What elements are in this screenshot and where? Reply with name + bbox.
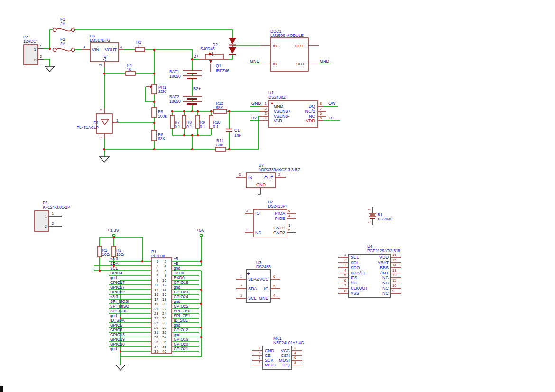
junction-dot [191,58,193,60]
u3-pin-slpz: SLPZ [248,277,259,282]
mk1-pin-ce: CE [265,353,271,358]
r9-body[interactable] [196,115,200,128]
pin-stub[interactable] [82,45,401,365]
mosfet-symbol[interactable] [209,60,212,64]
junction-dot [103,73,105,74]
c1-value: 1nF [234,133,241,137]
fuse-symbol[interactable] [53,48,56,52]
p1-net-left-31: GPIO6 [110,328,122,332]
p1-pin-num-37: 37 [154,345,158,349]
r4-body[interactable] [126,72,135,75]
r10-body[interactable] [209,115,213,128]
ground-symbol[interactable] [100,157,109,162]
pin-stub[interactable] [205,54,223,59]
u1-pin-nc2: NC/2 [305,109,315,114]
net-gnd-u1: GND [251,101,261,106]
pr1-body[interactable] [152,84,157,94]
p2-pin2-num-inner: 2 [45,224,47,228]
p1-net-left-19: SPI_MOSI [110,299,129,304]
r6-body[interactable] [152,130,157,141]
junction-dot [183,134,185,136]
bat2-value: 18650 [169,99,181,104]
fuse-symbol[interactable] [72,48,75,52]
bat1-ref: BAT1 [169,69,179,74]
net-ow: OW [328,101,336,106]
junction-dot [228,110,230,112]
fuse-symbol[interactable] [56,48,72,51]
mk1-pin6-num: 6 [294,356,296,360]
mk1-value: NRF24L01+2.4G [273,340,304,345]
diode-symbol[interactable] [229,38,236,44]
junction-dot [49,48,51,50]
pin-stub-black[interactable] [38,49,372,233]
p1-pin-num-26: 26 [162,316,166,320]
r1-body[interactable] [98,246,102,257]
p1-net-left-29: GPIO5 [110,323,122,328]
mk1-pin-irq: IRQ [282,363,290,367]
u1-pin-vad: VAD [274,119,282,123]
r7-body[interactable] [170,115,174,128]
u1-pin-nc: NC [309,114,315,119]
r11-body[interactable] [216,147,226,151]
u1-pin1-num: 1 [265,101,267,106]
p3-pin2-num-inner: 2 [34,58,37,62]
p2-pin1-num: 1 [52,211,54,216]
capacitor-symbol[interactable] [226,129,232,132]
r8-value: 0.1 [186,124,192,129]
wire[interactable] [44,59,50,66]
ground-symbol[interactable] [116,365,125,370]
ddc1-pin-outplus: OUT+ [295,44,306,48]
diode-symbol[interactable] [229,47,236,54]
ground-symbol[interactable] [45,66,55,72]
b1-pin2-num: 2 [367,209,371,210]
junction-dot [153,122,155,124]
pin-stub-black[interactable] [258,188,260,194]
mk1-pin7-num: 7 [259,360,260,365]
p1-pin-num-20: 20 [162,302,166,306]
u1-pin-gnd: GND [274,104,284,109]
fuse-symbol[interactable] [72,28,75,32]
u6-pin-adj: Adj [102,55,107,61]
p1-pin-num-1: 1 [157,259,159,264]
d1-pin2-num: 2 [99,137,103,138]
b1-value: CR2032 [378,217,392,221]
u2-pin5-num: 5 [288,228,290,232]
wire[interactable] [75,30,232,38]
p1-net-left-1: +3.3 [110,256,118,261]
r2-body[interactable] [112,246,116,257]
p1-net-left-11: GPIO17 [110,280,125,285]
power-flag-symbol[interactable] [113,234,115,237]
battery-symbol[interactable] [183,71,376,219]
r5-body[interactable] [152,108,157,117]
mosfet-symbol[interactable] [209,52,213,56]
u4-pin2-num: 2 [344,258,346,262]
fuse-symbol[interactable] [53,28,56,32]
junction-dot [200,260,202,262]
u4-pin-ts: /TS [351,281,357,285]
mosfet-symbol[interactable] [209,52,213,64]
p2-pin2-num: 2 [52,221,54,226]
wire[interactable] [50,30,53,49]
junction-dot [191,110,193,112]
p1-pin-num-5: 5 [157,269,159,273]
component-body[interactable] [24,38,390,370]
p1-pin-num-4: 4 [165,264,167,268]
r3-body[interactable] [135,48,145,52]
r8-body[interactable] [182,115,186,128]
fuse-symbol[interactable] [56,28,72,31]
power-flag-symbol[interactable] [200,234,203,237]
q1-ref: Q1 [216,64,222,68]
p2-value: KF124-3.81-2P [43,205,70,210]
r12-body[interactable] [213,109,227,113]
u4-pin-bbs: BBS [380,265,388,270]
r11-value: 68K [216,143,223,147]
power-flag-symbol[interactable] [113,234,203,237]
wire[interactable] [145,50,192,59]
p1-pin-num-3: 3 [157,264,159,268]
wire[interactable] [229,55,232,59]
junction-dot [200,289,202,291]
wire[interactable] [44,30,340,365]
u4-pin13-num: 13 [392,268,396,273]
u4-pin1-num: 1 [344,253,346,257]
u2-pin1-num: 1 [288,223,290,228]
